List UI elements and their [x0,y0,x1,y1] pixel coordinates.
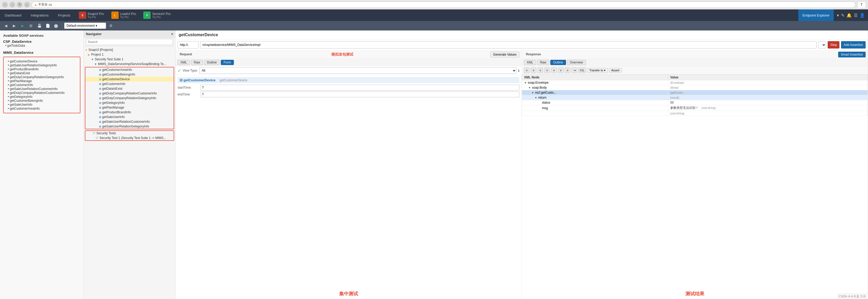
url-input-path[interactable] [200,41,817,49]
csp-method-0[interactable]: getTodoData [3,44,81,48]
xml-row-msg[interactable]: msg 参数类型无法识别！ (xsd:string) [522,105,868,111]
tree-item-security-test-1[interactable]: 🛡 Security Test 1 (Security Test Suite 1… [85,136,174,140]
mims-method-2[interactable]: getProductBrandInfo [6,67,78,71]
mims-method-10[interactable]: getCustomerBelongInfo [6,99,78,103]
mims-method-6[interactable]: getCustomerInfo [6,83,78,87]
format-icon[interactable]: ≡ [558,67,564,73]
tree-item-getSaleUserInfo[interactable]: ⊞ getSaleUserInfo [85,115,174,119]
info-icon[interactable]: ℹ [518,69,519,73]
xsl-icon[interactable]: XSL [578,67,586,73]
toolbar-back-btn[interactable]: ◀ [2,22,9,29]
assert-button[interactable]: Assert [609,68,622,73]
align-center-icon[interactable]: ≡ [531,67,536,73]
tree-item-getCustomerDevice[interactable]: ⊞ getCustomerDevice [85,77,174,82]
collapse-icon[interactable]: ≡ [565,67,570,73]
tab-response-xml[interactable]: XML [524,60,536,65]
tree-item-project1[interactable]: ▶ Project 1 [84,52,175,57]
tab-request-xml[interactable]: XML [178,60,190,65]
xml-row-envelope[interactable]: ▼ soap:Envelope (Envelope) [522,80,868,85]
expand-icon[interactable]: ⇥ [571,67,577,73]
nav-soapui-pro[interactable]: S SoapUI Pro Try Pro [75,9,107,21]
back-button[interactable]: ← [2,2,8,8]
refresh-button[interactable]: ↻ [17,2,23,8]
settings-dropdown-icon[interactable]: ▾ [837,13,839,18]
nav-projects[interactable]: Projects [54,9,75,21]
generate-values-button[interactable]: Generate Values [490,52,519,57]
tree-item-getPlanManage[interactable]: ⊞ getPlanManage [85,105,174,110]
brush-icon[interactable]: ✎ [841,13,844,18]
notification-icon[interactable]: 🔔 [846,13,852,18]
xml-row-status[interactable]: status 00 [522,100,868,105]
mims-method-4[interactable]: getDutyCompanyRelationGetegoryInfo [6,75,78,79]
mims-method-11[interactable]: getSaleUserInfo [6,103,78,107]
outdent-icon[interactable]: ≡ [551,67,557,73]
add-assertion-button[interactable]: Add Assertion [841,41,866,49]
tab-request-raw[interactable]: Raw [191,60,203,65]
tree-item-getCustomerBelongInfo[interactable]: ⊞ getCustomerBelongInfo [85,72,174,77]
tree-item-getCustomerInfo[interactable]: ⊞ getCustomerInfo [85,82,174,86]
mims-method-0[interactable]: getCustomerDevice [6,59,78,63]
align-right-icon[interactable]: ≡ [537,67,543,73]
tab-response-overview[interactable]: Overview [567,60,586,65]
mims-method-8[interactable]: getDutyCompanyRelationCustomerInfo [6,91,78,95]
mims-method-12[interactable]: getCustomerAreaInfo [6,107,78,110]
xml-row-return[interactable]: ▼ return (result) [522,95,868,100]
getcusto-expand-arrow[interactable]: ▼ [531,91,534,94]
tab-request-form[interactable]: Form [221,60,234,65]
tree-item-getDataIsExist[interactable]: ⊞ getDataIsExist [85,86,174,91]
home-button[interactable]: ⌂ [24,2,30,8]
tree-item-getProductBrandInfo[interactable]: ⊞ getProductBrandInfo [85,110,174,115]
xml-row-getcusto[interactable]: ▼ ns2:getCusto... (getCusto... [522,90,868,95]
toolbar-grid-btn[interactable]: ⊞ [27,22,35,29]
menu-icon[interactable]: ☰ [854,13,858,18]
transfer-to-button[interactable]: Transfer to ▾ [587,68,608,73]
return-expand-arrow[interactable]: ▼ [534,96,537,99]
stop-button[interactable]: Stop [828,41,839,49]
endpoint-explorer-button[interactable]: Endpoint Explorer [798,9,834,21]
toolbar-file-btn[interactable]: 📄 [44,22,51,29]
envelope-expand-arrow[interactable]: ▼ [524,81,527,84]
toolbar-save-btn[interactable]: 💾 [36,22,43,29]
user-icon[interactable]: 👤 [860,13,865,18]
toolbar-run-btn[interactable]: ▶ [19,22,26,29]
mims-method-3[interactable]: getDataIsExist [6,71,78,75]
toolbar-forward-btn[interactable]: ▶ [10,22,18,29]
tree-item-getDutyCompanyRelationCustomerInfo[interactable]: ⊞ getDutyCompanyRelationCustomerInfo [85,91,174,96]
tree-item-getDutyCompanyRelationGetegoryInfo[interactable]: ⊞ getDutyCompanyRelationGetegoryInfo [85,96,174,101]
url-method-dropdown[interactable] [818,41,826,49]
mims-method-1[interactable]: getSaleUserRelationGetegoryInfo [6,63,78,67]
mims-method-9[interactable]: getGetegoryInfo [6,95,78,99]
toolbar-stop-btn[interactable]: ⬤ [52,22,60,29]
xml-row-body[interactable]: ▼ soap:Body (Body) [522,85,868,90]
tree-item-getSaleUserRelationGetegoryInfo[interactable]: ⊞ getSaleUserRelationGetegoryInfo [85,124,174,129]
field-input-startTime[interactable] [200,85,519,90]
forward-button[interactable]: → [9,2,15,8]
tree-item-mims-binding[interactable]: ▼ MIMS_DataServiceImplServiceSoapBinding… [84,62,175,66]
nav-dashboard[interactable]: Dashboard [0,9,26,21]
nav-servicev-pro[interactable]: V ServiceV Pro Try Pro [140,9,174,21]
environment-dropdown[interactable]: Default environment ▾ [64,23,106,29]
field-input-endTime[interactable] [200,91,519,97]
view-type-select[interactable]: All [199,67,517,74]
nav-loadui-pro[interactable]: L LoadUI Pro Try Pro [107,9,140,21]
indent-icon[interactable]: ≡ [544,67,550,73]
nav-integrations[interactable]: Integrations [26,9,54,21]
tree-item-getSaleUserRelationCustomerInfo[interactable]: ⊞ getSaleUserRelationCustomerInfo [85,119,174,124]
navigator-close-button[interactable]: × [171,32,173,36]
body-expand-arrow[interactable]: ▼ [528,86,531,89]
tree-item-getCustomerAreaInfo[interactable]: ⊞ getCustomerAreaInfo [85,67,174,72]
url-input-host[interactable] [178,41,198,49]
tab-response-outline[interactable]: Outline [550,60,566,65]
navigator-search-input[interactable] [86,39,173,45]
toolbar-settings-btn[interactable]: ⚙ [107,22,115,29]
tree-item-getGetegoryInfo[interactable]: ⊞ getGetegoryInfo [85,101,174,105]
align-left-icon[interactable]: ≡ [524,67,530,73]
tab-request-outline[interactable]: Outline [204,60,220,65]
tree-item-security-tests[interactable]: 🛡 Security Tests [85,131,174,136]
tab-response-raw[interactable]: Raw [537,60,549,65]
mims-method-7[interactable]: getSaleUserRelationCustomerInfo [6,87,78,91]
tree-item-soapui-projects[interactable]: ▼ SoapUI [Projects] [84,48,175,52]
browser-tab[interactable]: T [857,2,866,8]
smart-assertion-button[interactable]: Smart Assertion [838,52,866,57]
mims-method-5[interactable]: getPlanManage [6,79,78,83]
